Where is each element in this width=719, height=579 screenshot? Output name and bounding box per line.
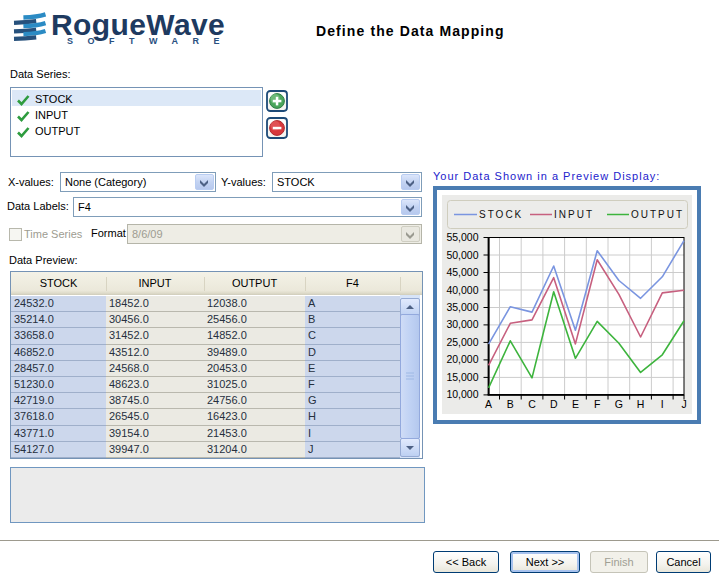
- svg-text:A: A: [485, 398, 492, 410]
- svg-text:45,000: 45,000: [446, 266, 478, 278]
- svg-text:G: G: [615, 398, 623, 410]
- svg-text:35,000: 35,000: [446, 301, 478, 313]
- svg-text:STOCK: STOCK: [479, 209, 523, 220]
- svg-text:55,000: 55,000: [446, 231, 478, 243]
- svg-text:C: C: [528, 398, 536, 410]
- svg-text:10,000: 10,000: [446, 388, 478, 400]
- svg-text:15,000: 15,000: [446, 371, 478, 383]
- svg-text:50,000: 50,000: [446, 249, 478, 261]
- svg-text:30,000: 30,000: [446, 318, 478, 330]
- svg-text:SOFTWARE: SOFTWARE: [67, 36, 234, 46]
- svg-text:F: F: [594, 398, 600, 410]
- svg-text:40,000: 40,000: [446, 284, 478, 296]
- svg-text:OUTPUT: OUTPUT: [631, 209, 684, 220]
- svg-text:E: E: [572, 398, 579, 410]
- svg-text:D: D: [550, 398, 558, 410]
- svg-text:I: I: [661, 398, 664, 410]
- svg-text:H: H: [637, 398, 645, 410]
- svg-text:INPUT: INPUT: [554, 209, 594, 220]
- svg-text:20,000: 20,000: [446, 353, 478, 365]
- svg-text:25,000: 25,000: [446, 336, 478, 348]
- svg-text:B: B: [507, 398, 514, 410]
